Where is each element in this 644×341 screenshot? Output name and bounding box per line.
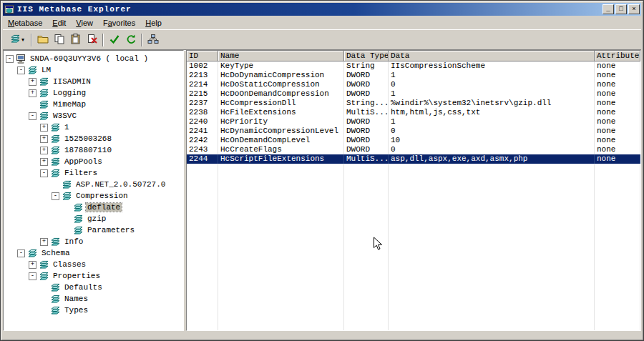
tree-item-gzip[interactable]: gzip <box>4 213 183 224</box>
tree-item-parameters[interactable]: Parameters <box>4 224 183 236</box>
tree-item-classes[interactable]: +Classes <box>4 259 183 270</box>
collapse-box[interactable]: - <box>29 112 36 120</box>
cell-data: asp,dll,aspx,exe,axd,asmx,php <box>389 154 595 164</box>
menu-help[interactable]: Help <box>140 17 167 29</box>
collapse-box[interactable]: - <box>6 55 14 63</box>
table-row-hcdodynamiccompression[interactable]: 2213HcDoDynamicCompressionDWORD1none <box>187 71 640 80</box>
cell-attributes: none <box>595 127 640 136</box>
tree-item-1878807110[interactable]: +1878807110 <box>4 144 183 156</box>
column-header-id[interactable]: ID <box>187 51 218 61</box>
table-row-hccreateflags[interactable]: 2243HcCreateFlagsDWORD0none <box>187 145 640 154</box>
table-row-hcpriority[interactable]: 2240HcPriorityDWORD1none <box>187 117 640 127</box>
connect-button[interactable] <box>145 32 161 48</box>
expand-box[interactable]: + <box>40 135 48 143</box>
table-row-hcdynamiccompressionlevel[interactable]: 2241HcDynamicCompressionLevelDWORD0none <box>187 127 640 136</box>
cell-attributes: none <box>595 89 640 99</box>
expand-box[interactable]: + <box>40 238 48 246</box>
table-row-hcdoondemandcompression[interactable]: 2215HcDoOnDemandCompressionDWORD1none <box>187 89 640 99</box>
tree-item-1525003268[interactable]: +1525003268 <box>4 133 183 144</box>
tree-item-filters[interactable]: -Filters <box>4 167 183 179</box>
dropdown-arrow-icon: ▾ <box>21 37 24 43</box>
new-key-button[interactable]: ▾ <box>6 32 29 48</box>
menu-favorites[interactable]: Favorites <box>98 17 140 29</box>
table-panel: IDNameData TypeDataAttributes 1002KeyTyp… <box>186 50 641 331</box>
tree-item-snda-69q3uyy3v6-local[interactable]: -SNDA-69Q3UYY3V6 ( local ) <box>4 53 183 64</box>
cell-id: 1002 <box>187 61 218 71</box>
key-icon <box>27 65 38 75</box>
collapse-box[interactable]: - <box>29 272 36 280</box>
expand-box[interactable]: + <box>40 147 48 154</box>
tree-item-properties[interactable]: -Properties <box>4 270 183 282</box>
table-row-hccompressiondll[interactable]: 2237HcCompressionDllString...%windir%\sy… <box>187 99 640 108</box>
tree-item-names[interactable]: Names <box>4 293 183 305</box>
window-title: IIS Metabase Explorer <box>17 5 601 14</box>
delete-button[interactable] <box>84 32 100 48</box>
tree-item-label: IISADMIN <box>52 77 92 86</box>
tree-item-label: LM <box>40 66 52 74</box>
table-row-hcondemandcomplevel[interactable]: 2242HcOnDemandCompLevelDWORD10none <box>187 136 640 145</box>
tree-item-schema[interactable]: -Schema <box>4 247 183 259</box>
key-icon <box>39 271 49 281</box>
expand-box[interactable]: + <box>29 261 36 269</box>
computer-icon <box>16 54 26 64</box>
tree-item-label: deflate <box>86 203 122 212</box>
open-button[interactable] <box>34 32 51 48</box>
cell-data: 1 <box>389 117 595 127</box>
column-header-data[interactable]: Data <box>389 51 595 61</box>
tree-item-mimemap[interactable]: MimeMap <box>4 99 183 110</box>
tree-item-compression[interactable]: -Compression <box>4 190 183 202</box>
refresh-button[interactable] <box>122 32 139 48</box>
key-icon <box>50 157 61 167</box>
menu-view[interactable]: View <box>71 17 98 29</box>
cell-type: MultiS... <box>344 154 389 164</box>
table-row-hcfileextensions[interactable]: 2238HcFileExtensionsMultiS...htm,html,js… <box>187 108 640 117</box>
maximize-button[interactable]: □ <box>615 4 627 14</box>
tree-item-types[interactable]: Types <box>4 305 183 316</box>
expand-box[interactable]: + <box>29 89 36 97</box>
table-body: 1002KeyTypeStringIIsCompressionSchemenon… <box>187 61 640 330</box>
expand-box[interactable]: + <box>40 158 48 166</box>
minimize-button[interactable]: _ <box>602 4 614 14</box>
tree-item-asp-net-2-0-50727-0[interactable]: ASP.NET_2.0.50727.0 <box>4 179 183 190</box>
key-icon <box>39 111 49 121</box>
expand-box[interactable]: + <box>29 78 36 86</box>
tree-item-w3svc[interactable]: -W3SVC <box>4 110 183 122</box>
tree-item-apppools[interactable]: +AppPools <box>4 156 183 167</box>
copy-button[interactable] <box>51 32 67 48</box>
tree-item-defaults[interactable]: Defaults <box>4 282 183 293</box>
key-icon <box>27 248 38 258</box>
close-button[interactable]: × <box>628 4 640 14</box>
cell-id: 2214 <box>187 80 218 89</box>
tree-item-info[interactable]: +Info <box>4 236 183 247</box>
cell-type: DWORD <box>344 127 389 136</box>
paste-button[interactable] <box>67 32 84 48</box>
tree-item-iisadmin[interactable]: +IISADMIN <box>4 76 183 87</box>
table-row-hcdostaticcompression[interactable]: 2214HcDoStaticCompressionDWORD0none <box>187 80 640 89</box>
table-row-keytype[interactable]: 1002KeyTypeStringIIsCompressionSchemenon… <box>187 61 640 71</box>
cell-attributes: none <box>595 99 640 108</box>
expand-box[interactable]: + <box>40 124 48 132</box>
collapse-box[interactable]: - <box>52 192 59 200</box>
menu-metabase[interactable]: Metabase <box>3 17 47 29</box>
key-icon <box>50 122 61 132</box>
tree-item-deflate[interactable]: deflate <box>4 202 183 213</box>
tree-item-lm[interactable]: -LM <box>4 64 183 76</box>
collapse-box[interactable]: - <box>40 169 48 177</box>
apply-button[interactable] <box>106 32 122 48</box>
tree-item-label: Defaults <box>63 283 104 292</box>
tree-item-1[interactable]: +1 <box>4 122 183 133</box>
cell-data: 10 <box>389 136 595 145</box>
collapse-box[interactable]: - <box>17 249 25 257</box>
table-row-hcscriptfileextensions[interactable]: 2244HcScriptFileExtensionsMultiS...asp,d… <box>187 154 640 164</box>
cell-type: DWORD <box>344 136 389 145</box>
column-header-attributes[interactable]: Attributes <box>595 51 640 61</box>
collapse-box[interactable]: - <box>17 66 25 74</box>
cell-id: 2238 <box>187 108 218 117</box>
tree-item-label: gzip <box>86 214 107 223</box>
column-header-name[interactable]: Name <box>218 51 344 61</box>
tree-indent <box>40 284 48 292</box>
menu-edit[interactable]: Edit <box>47 17 71 29</box>
column-header-data-type[interactable]: Data Type <box>344 51 389 61</box>
tree-item-logging[interactable]: +Logging <box>4 87 183 99</box>
cell-type: String <box>344 61 389 71</box>
